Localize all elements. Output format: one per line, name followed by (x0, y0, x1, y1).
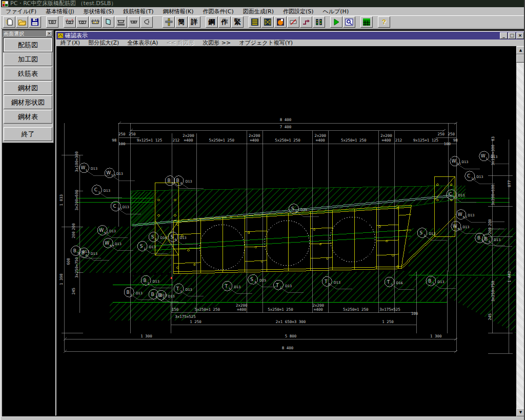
section-small-button[interactable] (128, 16, 140, 28)
viewer-menu-exit[interactable]: 終了(X) (56, 39, 84, 47)
dimension-text: 200 (71, 223, 76, 230)
cad-canvas[interactable]: 8 4007 400250250250250981009x125=1 12521… (56, 46, 516, 416)
palette-close-button[interactable]: × (46, 31, 52, 36)
palette-exit-button[interactable]: 終了 (4, 127, 52, 141)
menu-draw-conditions[interactable]: 作図条件(C) (198, 8, 238, 15)
make-button[interactable]: 作 (218, 16, 231, 28)
svg-text:S: S (151, 234, 154, 239)
svg-text:D13: D13 (234, 285, 240, 289)
section-base-button[interactable] (115, 16, 127, 28)
scroll-thumb[interactable] (516, 54, 525, 63)
viewer-menu-zoom-part[interactable]: 部分拡大(Z) (84, 39, 123, 47)
svg-text:D13: D13 (149, 245, 156, 249)
viewer-icon (57, 33, 64, 38)
open-file-button[interactable] (16, 16, 28, 28)
steel-button[interactable]: 鋼 (206, 16, 218, 28)
viewer-titlebar: 確認表示 _ □ × (56, 32, 525, 39)
menu-help[interactable]: ヘルプ(H) (318, 8, 354, 15)
app-title: PC・RC中空床版橋配筋図 （test.DSLB） (10, 0, 116, 7)
palette-button-fabrication[interactable]: 加工図 (4, 52, 52, 66)
svg-text:B: B (151, 292, 154, 297)
svg-text:D13: D13 (116, 172, 123, 176)
svg-text:B: B (477, 235, 480, 241)
vertical-scrollbar[interactable]: ▲ ▼ (516, 46, 525, 416)
dimension-text: 2x200 (249, 133, 260, 138)
run-button[interactable] (330, 16, 342, 28)
help-button[interactable]: ? (378, 16, 390, 28)
open-file-icon (18, 18, 26, 26)
generate-drawing-button[interactable] (274, 16, 287, 28)
new-file-button[interactable] (3, 16, 15, 28)
scroll-down-button[interactable]: ▼ (516, 408, 525, 416)
section-curve-icon (143, 18, 151, 26)
svg-text:3-3: 3-3 (117, 207, 122, 210)
svg-text:C: C (449, 192, 452, 197)
svg-text:D13: D13 (179, 236, 186, 240)
svg-text:3-3: 3-3 (111, 174, 116, 177)
svg-text:S: S (420, 230, 423, 235)
menu-steel-info[interactable]: 鋼材情報(K) (158, 8, 198, 15)
viewer-menu-next-figure[interactable]: 次図形 >> (198, 39, 235, 47)
route-line-button[interactable] (300, 16, 312, 28)
palette-title: 画面選択 (4, 30, 46, 37)
menu-file[interactable]: ファイル(F) (1, 8, 41, 15)
viewer-maximize-button[interactable]: □ (508, 32, 516, 39)
section-plain-button[interactable] (76, 16, 89, 28)
layer-lines-button[interactable] (249, 16, 261, 28)
dimension-text: 100 (411, 311, 418, 316)
dimension-text: 200 (71, 231, 76, 238)
scroll-up-button[interactable]: ▲ (516, 46, 525, 54)
section-compare-button[interactable] (261, 16, 274, 28)
play-icon (332, 18, 340, 26)
dimension-text: 83 (491, 136, 495, 141)
save-file-button[interactable] (29, 16, 41, 28)
svg-text:3-1: 3-1 (456, 162, 461, 165)
dimension-text: 5x250=1 250 (195, 307, 220, 312)
section-curve-button[interactable] (140, 16, 153, 28)
svg-text:B: B (167, 178, 170, 183)
svg-text:4: 4 (254, 281, 256, 284)
simple-mode-button[interactable]: 簡 (175, 16, 188, 28)
palette-button-steel-drawing[interactable]: 鋼材図 (4, 81, 52, 95)
detail-mode-button[interactable]: 詳 (188, 16, 200, 28)
viewer-menu-fit-view[interactable]: 全体表示(A) (123, 39, 162, 47)
section-compare-icon (264, 18, 272, 26)
cut-icon (289, 18, 297, 26)
section-marked-button[interactable] (64, 16, 76, 28)
svg-text:1: 1 (180, 290, 181, 293)
menu-basic-info[interactable]: 基本情報(J) (41, 8, 79, 15)
svg-text:D13: D13 (437, 280, 444, 284)
palette-button-rebar-table[interactable]: 鉄筋表 (4, 67, 52, 81)
viewer-minimize-button[interactable]: _ (500, 32, 508, 39)
svg-text:2: 2 (423, 234, 425, 237)
svg-text:D13: D13 (285, 284, 292, 288)
bar-tables-button[interactable] (313, 16, 325, 28)
tension-button[interactable]: 緊 (231, 16, 244, 28)
svg-text:S: S (291, 206, 294, 211)
dimension-text: 212 (395, 138, 402, 143)
panel-view-button[interactable] (102, 16, 114, 28)
preview-button[interactable] (343, 16, 355, 28)
svg-text:3: 3 (391, 283, 393, 286)
viewer-close-button[interactable]: × (516, 32, 524, 39)
menu-shape-info[interactable]: 形状情報(S) (79, 8, 119, 15)
section-cut-button[interactable] (287, 16, 299, 28)
dimension-text: 1 398 (59, 273, 64, 285)
rebar-assembly-button[interactable] (163, 16, 175, 28)
section-rebar-button[interactable] (89, 16, 102, 28)
svg-text:D13: D13 (115, 242, 122, 246)
palette-button-steel-table[interactable]: 鋼材表 (4, 110, 52, 124)
dimension-text: 98 (453, 138, 458, 143)
viewer-menu-copy-object[interactable]: オブジェクト複写(Y) (235, 39, 297, 47)
section-view-button[interactable] (46, 16, 58, 28)
scroll-track[interactable] (516, 63, 525, 408)
svg-text:6: 6 (329, 283, 331, 286)
menu-rebar-info[interactable]: 鉄筋情報(T) (118, 8, 158, 15)
menu-drawing-generate[interactable]: 図面生成(R) (238, 8, 278, 15)
menu-draw-settings[interactable]: 作図設定(S) (278, 8, 318, 15)
palette-button-bar-arrangement[interactable]: 配筋図 (4, 38, 52, 52)
app-icon (2, 1, 8, 7)
table-grid-button[interactable] (360, 16, 373, 28)
palette-button-steel-shape[interactable]: 鋼材形状図 (4, 95, 52, 109)
svg-text:C: C (467, 173, 470, 178)
